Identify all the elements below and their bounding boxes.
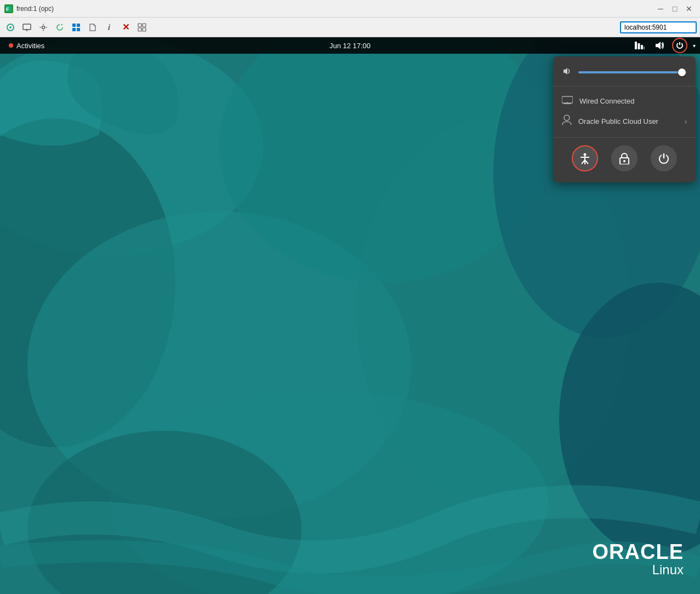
user-label: Oracle Public Cloud User — [578, 117, 678, 125]
svg-text:F: F — [6, 7, 9, 12]
panel-clock[interactable]: Jun 12 17:00 — [329, 42, 371, 50]
vnc-window: F frend:1 (opc) ─ □ ✕ i ✕ — [0, 0, 700, 594]
gnome-panel: Activities Jun 12 17:00 — [0, 37, 700, 54]
minimize-button[interactable]: ─ — [654, 2, 667, 15]
oracle-text: ORACLE — [593, 541, 684, 562]
svg-point-7 — [42, 26, 45, 28]
svg-point-34 — [584, 153, 587, 156]
tb-file-button[interactable] — [86, 20, 100, 35]
svg-rect-13 — [143, 24, 146, 27]
tb-info-button[interactable]: i — [102, 20, 116, 35]
window-controls: ─ □ ✕ — [654, 2, 696, 15]
svg-rect-12 — [138, 24, 141, 27]
volume-knob — [678, 68, 686, 76]
svg-rect-8 — [72, 24, 76, 27]
activities-dot — [9, 43, 13, 48]
power-menu-button[interactable] — [651, 145, 677, 172]
network-label: Wired Connected — [579, 97, 634, 105]
svg-rect-27 — [638, 43, 640, 49]
svg-rect-15 — [143, 28, 146, 31]
toolbar: i ✕ — [0, 18, 700, 37]
network-icon — [562, 95, 573, 107]
volume-row — [553, 63, 696, 82]
address-bar — [620, 21, 697, 33]
linux-text: Linux — [593, 562, 684, 578]
app-icon: F — [4, 4, 13, 13]
svg-rect-28 — [641, 45, 643, 49]
tb-display-button[interactable] — [20, 20, 34, 35]
tb-settings-button[interactable] — [36, 20, 50, 35]
svg-rect-14 — [138, 28, 141, 31]
tb-disconnect-button[interactable]: ✕ — [118, 20, 133, 35]
volume-icon — [562, 66, 573, 78]
svg-rect-11 — [77, 28, 80, 31]
volume-slider[interactable] — [578, 71, 687, 73]
address-input[interactable] — [620, 21, 697, 33]
tb-refresh-button[interactable] — [53, 20, 67, 35]
panel-menu-arrow[interactable]: ▾ — [691, 37, 698, 54]
oracle-branding: ORACLE Linux — [593, 541, 684, 578]
svg-rect-10 — [72, 28, 76, 31]
maximize-button[interactable]: □ — [668, 2, 681, 15]
user-chevron-icon: › — [685, 118, 687, 125]
volume-panel-icon[interactable] — [650, 37, 669, 54]
svg-rect-29 — [644, 47, 645, 49]
close-button[interactable]: ✕ — [682, 2, 696, 15]
svg-point-40 — [623, 160, 625, 162]
user-row[interactable]: Oracle Public Cloud User › — [553, 111, 696, 132]
menu-separator-2 — [553, 137, 696, 138]
activities-label: Activities — [16, 42, 44, 50]
network-row: Wired Connected — [553, 91, 696, 111]
svg-rect-9 — [77, 24, 80, 27]
user-icon — [562, 115, 572, 128]
tb-connect-button[interactable] — [3, 20, 18, 35]
tb-windows-button[interactable] — [69, 20, 83, 35]
svg-point-3 — [9, 26, 12, 28]
title-bar: F frend:1 (opc) ─ □ ✕ — [0, 0, 700, 18]
lock-button[interactable] — [611, 145, 638, 172]
accessibility-button[interactable] — [572, 145, 598, 172]
menu-separator-1 — [553, 86, 696, 87]
volume-fill — [578, 71, 678, 73]
panel-right: ▾ — [630, 37, 700, 54]
system-menu: Wired Connected Oracle Public Cloud User… — [553, 56, 696, 182]
svg-point-33 — [564, 115, 570, 121]
network-panel-icon[interactable] — [630, 37, 649, 54]
power-panel-button[interactable] — [672, 38, 687, 53]
svg-rect-26 — [635, 42, 637, 49]
tb-send-button[interactable] — [135, 20, 149, 35]
activities-button[interactable]: Activities — [0, 37, 53, 54]
menu-action-buttons — [553, 143, 696, 174]
svg-rect-4 — [23, 24, 31, 30]
desktop: Activities Jun 12 17:00 — [0, 37, 700, 594]
window-title: frend:1 (opc) — [16, 5, 654, 13]
